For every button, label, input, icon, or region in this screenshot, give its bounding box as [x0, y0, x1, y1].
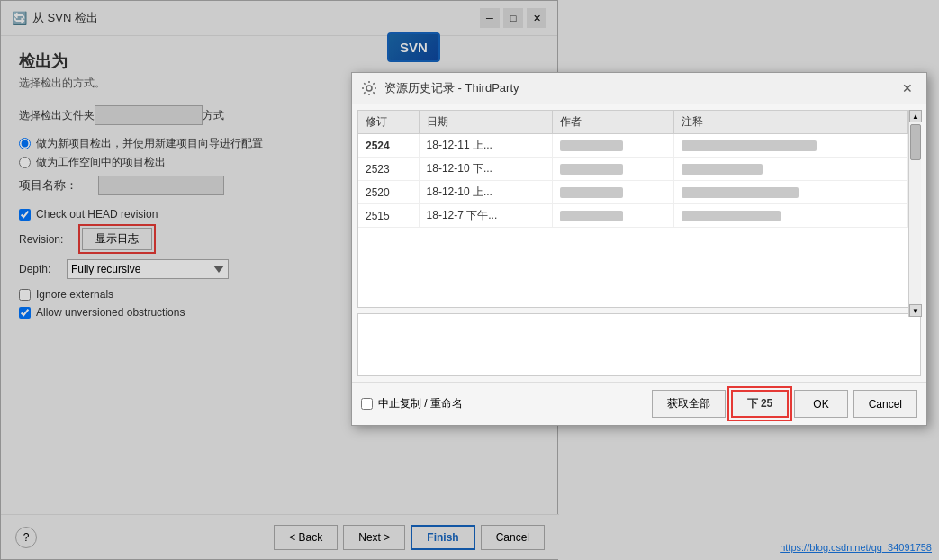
scrollbar-thumb[interactable] [910, 124, 921, 160]
cell-comment-4 [674, 204, 907, 228]
next25-button[interactable]: 下 25 [731, 390, 790, 418]
get-all-button[interactable]: 获取全部 [652, 390, 726, 418]
history-table-container[interactable]: 修订 日期 作者 注释 2524 18-12-11 上... [357, 110, 921, 308]
scrollbar-track: ▲ ▼ [908, 110, 921, 317]
ok-button[interactable]: OK [794, 390, 847, 418]
table-row[interactable]: 2515 18-12-7 下午... [358, 204, 920, 228]
col-date: 日期 [419, 111, 553, 134]
cell-date-3: 18-12-10 上... [419, 181, 553, 204]
history-table-wrapper: 修订 日期 作者 注释 2524 18-12-11 上... [352, 110, 926, 308]
history-titlebar: 资源历史记录 - ThirdParty ✕ [352, 73, 926, 104]
cell-author-2 [553, 158, 674, 181]
svg-point-0 [366, 86, 372, 91]
stop-copy-row: 中止复制 / 重命名 [361, 396, 463, 411]
cell-date-1: 18-12-11 上... [419, 134, 553, 158]
history-close-button[interactable]: ✕ [898, 78, 917, 98]
history-dialog: 资源历史记录 - ThirdParty ✕ 修订 日期 作者 注释 2524 [351, 72, 927, 426]
scrollbar-down-button[interactable]: ▼ [909, 304, 922, 317]
cell-author-3 [553, 181, 674, 204]
cell-revision-4: 2515 [358, 204, 419, 228]
cell-revision-3: 2520 [358, 181, 419, 204]
table-row[interactable]: 2520 18-12-10 上... [358, 181, 920, 204]
stop-copy-label: 中止复制 / 重命名 [378, 396, 463, 411]
table-row[interactable]: 2524 18-12-11 上... [358, 134, 920, 158]
watermark: https://blog.csdn.net/qq_34091758 [780, 542, 932, 553]
col-author: 作者 [553, 111, 674, 134]
cell-comment-3 [674, 181, 907, 204]
stop-copy-checkbox[interactable] [361, 398, 373, 410]
cell-comment-1 [674, 134, 907, 158]
history-table: 修订 日期 作者 注释 2524 18-12-11 上... [358, 111, 920, 228]
dialog-buttons: 获取全部 下 25 OK Cancel [652, 390, 917, 418]
dialog-footer: 中止复制 / 重命名 获取全部 下 25 OK Cancel [352, 382, 926, 425]
cell-date-2: 18-12-10 下... [419, 158, 553, 181]
dialog-cancel-button[interactable]: Cancel [853, 390, 917, 418]
table-row[interactable]: 2523 18-12-10 下... [358, 158, 920, 181]
cell-revision-1: 2524 [358, 134, 419, 158]
scrollbar-up-button[interactable]: ▲ [909, 110, 922, 122]
col-comment: 注释 [674, 111, 907, 134]
col-revision: 修订 [358, 111, 419, 134]
cell-author-4 [553, 204, 674, 228]
cell-date-4: 18-12-7 下午... [419, 204, 553, 228]
cell-comment-2 [674, 158, 907, 181]
history-title: 资源历史记录 - ThirdParty [361, 80, 519, 96]
cell-revision-2: 2523 [358, 158, 419, 181]
history-title-text: 资源历史记录 - ThirdParty [384, 80, 519, 96]
cell-author-1 [553, 134, 674, 158]
gear-icon [361, 80, 377, 96]
table-header-row: 修订 日期 作者 注释 [358, 111, 920, 134]
message-area [357, 313, 921, 376]
